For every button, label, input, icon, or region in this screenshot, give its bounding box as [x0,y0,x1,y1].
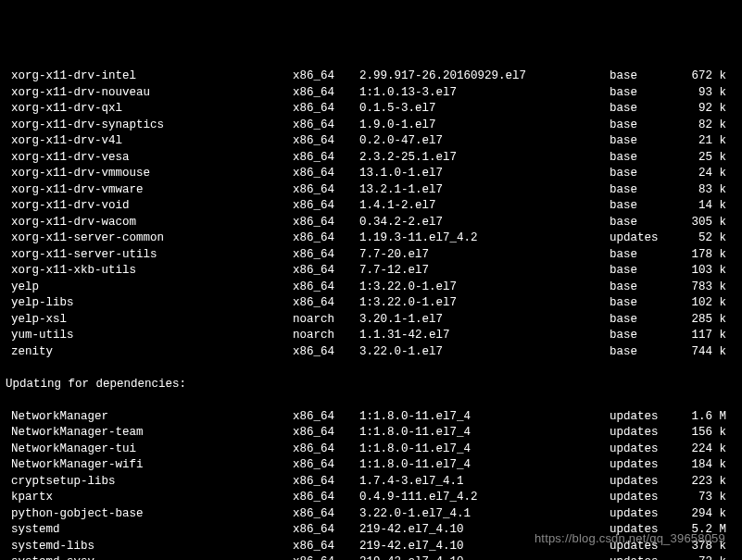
pkg-repo: base [610,150,682,167]
pkg-arch: x86_64 [293,474,359,491]
pkg-arch: x86_64 [293,280,359,296]
package-row: yelpx86_641:3.22.0-1.el7base783 k [6,280,736,296]
pkg-name: python-gobject-base [6,506,293,523]
pkg-name: xorg-x11-drv-v4l [6,133,293,150]
pkg-version: 3.22.0-1.el7_4.1 [359,506,610,523]
pkg-size: 92 k [682,101,726,118]
pkg-version: 1:3.22.0-1.el7 [359,295,610,312]
pkg-repo: base [610,166,682,182]
pkg-arch: x86_64 [293,344,359,361]
pkg-repo: updates [610,457,682,474]
pkg-version: 1.9.0-1.el7 [359,118,610,134]
package-row: xorg-x11-drv-voidx86_641.4.1-2.el7base14… [6,198,736,215]
pkg-arch: x86_64 [293,68,359,85]
pkg-size: 223 k [682,474,726,491]
pkg-name: systemd-libs [6,539,293,555]
pkg-arch: x86_64 [293,506,359,523]
pkg-arch: x86_64 [293,522,359,539]
package-row: xorg-x11-server-utilsx86_647.7-20.el7bas… [6,247,736,264]
package-row: xorg-x11-drv-v4lx86_640.2.0-47.el7base21… [6,133,736,150]
package-row: systemd-sysvx86_64219-42.el7_4.10updates… [6,554,736,560]
pkg-name: systemd-sysv [6,554,293,560]
pkg-repo: base [610,263,682,280]
pkg-name: yelp-xsl [6,312,293,329]
pkg-repo: base [610,182,682,199]
pkg-version: 0.2.0-47.el7 [359,133,610,150]
pkg-name: kpartx [6,490,293,506]
pkg-name: xorg-x11-drv-qxl [6,101,293,118]
pkg-repo: updates [610,474,682,491]
pkg-name: NetworkManager-tui [6,442,293,458]
package-row: NetworkManager-teamx86_641:1.8.0-11.el7_… [6,425,736,442]
pkg-name: xorg-x11-drv-wacom [6,215,293,231]
pkg-arch: x86_64 [293,101,359,118]
pkg-name: systemd [6,522,293,539]
package-row: xorg-x11-drv-vmmousex86_6413.1.0-1.el7ba… [6,166,736,182]
pkg-size: 21 k [682,133,726,150]
package-row: xorg-x11-drv-wacomx86_640.34.2-2.el7base… [6,215,736,231]
pkg-size: 178 k [682,247,726,264]
pkg-size: 52 k [682,230,726,247]
pkg-repo: base [610,198,682,215]
pkg-version: 13.2.1-1.el7 [359,182,610,199]
pkg-name: NetworkManager-wifi [6,457,293,474]
pkg-name: xorg-x11-drv-nouveau [6,85,293,102]
package-row: xorg-x11-drv-vesax86_642.3.2-25.1.el7bas… [6,150,736,167]
pkg-arch: x86_64 [293,150,359,167]
pkg-version: 2.99.917-26.20160929.el7 [359,68,610,85]
pkg-arch: x86_64 [293,166,359,182]
pkg-size: 672 k [682,68,726,85]
pkg-repo: updates [610,554,682,560]
pkg-arch: x86_64 [293,230,359,247]
pkg-repo: base [610,133,682,150]
pkg-arch: x86_64 [293,490,359,506]
pkg-arch: x86_64 [293,263,359,280]
pkg-repo: base [610,85,682,102]
package-row: yelp-libsx86_641:3.22.0-1.el7base102 k [6,295,736,312]
pkg-name: xorg-x11-drv-void [6,198,293,215]
pkg-version: 2.3.2-25.1.el7 [359,150,610,167]
pkg-repo: updates [610,506,682,523]
pkg-repo: updates [610,230,682,247]
pkg-version: 1.1.31-42.el7 [359,328,610,344]
pkg-size: 24 k [682,166,726,182]
pkg-size: 82 k [682,118,726,134]
pkg-version: 219-42.el7_4.10 [359,554,610,560]
pkg-version: 1:1.0.13-3.el7 [359,85,610,102]
pkg-arch: x86_64 [293,215,359,231]
pkg-size: 83 k [682,182,726,199]
pkg-version: 1.19.3-11.el7_4.2 [359,230,610,247]
pkg-size: 1.6 M [682,409,726,426]
pkg-name: xorg-x11-drv-intel [6,68,293,85]
pkg-name: yelp [6,280,293,296]
pkg-repo: updates [610,442,682,458]
pkg-arch: x86_64 [293,118,359,134]
pkg-arch: x86_64 [293,442,359,458]
pkg-arch: x86_64 [293,295,359,312]
pkg-repo: base [610,101,682,118]
pkg-size: 117 k [682,328,726,344]
pkg-repo: base [610,344,682,361]
pkg-repo: updates [610,490,682,506]
pkg-name: NetworkManager [6,409,293,426]
pkg-size: 184 k [682,457,726,474]
pkg-version: 1:1.8.0-11.el7_4 [359,425,610,442]
package-row: xorg-x11-drv-nouveaux86_641:1.0.13-3.el7… [6,85,736,102]
package-row: cryptsetup-libsx86_641.7.4-3.el7_4.1upda… [6,474,736,491]
pkg-repo: base [610,295,682,312]
pkg-repo: updates [610,425,682,442]
pkg-repo: updates [610,409,682,426]
pkg-size: 156 k [682,425,726,442]
pkg-size: 73 k [682,490,726,506]
pkg-size: 25 k [682,150,726,167]
package-row: xorg-x11-drv-intelx86_642.99.917-26.2016… [6,68,736,85]
package-row: yelp-xslnoarch3.20.1-1.el7base285 k [6,312,736,329]
pkg-arch: x86_64 [293,409,359,426]
pkg-version: 0.4.9-111.el7_4.2 [359,490,610,506]
package-row: NetworkManager-tuix86_641:1.8.0-11.el7_4… [6,442,736,458]
pkg-size: 285 k [682,312,726,329]
pkg-name: xorg-x11-server-common [6,230,293,247]
pkg-arch: x86_64 [293,457,359,474]
pkg-name: xorg-x11-xkb-utils [6,263,293,280]
pkg-version: 1:3.22.0-1.el7 [359,280,610,296]
